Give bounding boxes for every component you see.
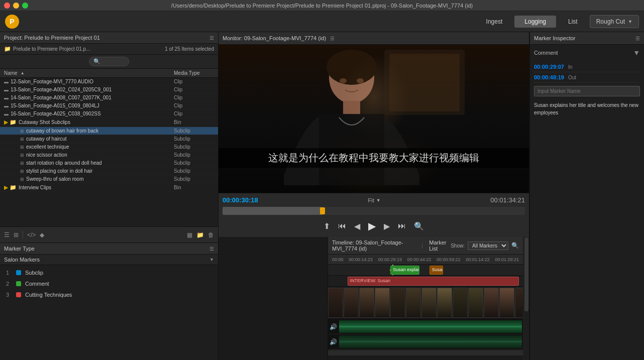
export-button[interactable]: ⬆ <box>323 220 331 232</box>
search-bar: 🔍 <box>0 55 218 69</box>
file-type-label: Clip <box>174 95 214 100</box>
rough-cut-button[interactable]: Rough Cut ▼ <box>590 15 639 28</box>
file-item[interactable]: ⊞ start rotation clip around doll head S… <box>0 159 218 167</box>
marker-color-dot <box>16 281 21 286</box>
prev-frame-button[interactable]: ◀ <box>353 220 361 232</box>
file-item[interactable]: ▶ 📁 Cutaway Shot Subclips Bin <box>0 118 218 127</box>
window-controls[interactable] <box>4 3 28 9</box>
inspector-menu-icon[interactable]: ☰ <box>635 36 640 41</box>
file-item[interactable]: ▬ 14-Salon_Footage-A008_C007_02077K_001 … <box>0 94 218 102</box>
timeline-marker-clip[interactable]: Susan explains her title and... <box>390 266 419 275</box>
step-back-button[interactable]: ⏮ <box>337 220 347 231</box>
file-item[interactable]: ⊞ cutaway of brown hair from back Subcli… <box>0 127 218 135</box>
file-type-label: Clip <box>174 87 214 92</box>
file-item[interactable]: ⊞ excellent technique Subclip <box>0 143 218 151</box>
search-icon: 🔍 <box>93 58 100 65</box>
center-panel: Monitor: 09-Salon_Footage-MVI_7774 (id) … <box>219 32 529 360</box>
file-name-label: stylist placing color in doll hair <box>26 168 174 174</box>
code-icon[interactable]: </> <box>27 231 36 238</box>
fit-control[interactable]: Fit ▼ <box>368 197 380 203</box>
maximize-button[interactable] <box>22 3 28 9</box>
video-thumbnail <box>359 288 374 318</box>
zoom-button[interactable]: 🔍 <box>413 220 425 232</box>
ingest-tab[interactable]: Ingest <box>476 16 513 28</box>
next-frame-button[interactable]: ▶ <box>383 220 391 232</box>
project-breadcrumb: 📁 Prelude to Premiere Project 01.p... 1 … <box>0 44 218 55</box>
marker-num: 3 <box>6 292 16 298</box>
file-name-label: cutaway of haircut <box>26 136 174 142</box>
comment-label: Comment <box>534 50 558 56</box>
svg-point-5 <box>357 78 364 83</box>
timeline-area: Timeline: 09-Salon_Footage-MVI_7774 (id)… <box>328 237 523 360</box>
file-type-label: Subclip <box>174 176 214 182</box>
app-logo: P <box>5 15 19 29</box>
file-type-label: Clip <box>174 103 214 108</box>
salon-markers-select[interactable]: Salon Markers ▼ <box>0 255 218 265</box>
scrub-fill <box>223 207 323 215</box>
interview-clip[interactable]: INTERVIEW: Susan <box>348 277 519 286</box>
step-forward-button[interactable]: ⏭ <box>397 220 407 231</box>
items-count: 1 of 25 Items selected <box>165 46 214 52</box>
comment-dropdown-icon[interactable]: ▼ <box>633 49 640 57</box>
timeline-marker-clip[interactable]: Susan give... <box>430 266 443 275</box>
show-select[interactable]: All Markers <box>468 242 508 250</box>
marker-name-input[interactable] <box>534 86 640 96</box>
monitor-title: Monitor: 09-Salon_Footage-MVI_7774 (id) <box>223 35 326 41</box>
marker-icon[interactable]: ◆ <box>40 231 44 238</box>
file-item[interactable]: ⊞ cutaway of haircut Subclip <box>0 135 218 143</box>
file-list-header: Name ▲ Media Type <box>0 69 218 78</box>
play-button[interactable]: ▶ <box>367 219 377 233</box>
list-view-icon[interactable]: ☰ <box>4 231 10 238</box>
scrub-bar[interactable] <box>223 207 525 215</box>
file-type-label: Bin <box>174 119 214 125</box>
tc-in-value: 00:00:29:07 <box>534 64 564 70</box>
sort-icon[interactable]: ▲ <box>21 71 25 75</box>
file-item[interactable]: ▬ 16-Salon_Footage-A025_C038_0902SS Clip <box>0 110 218 118</box>
subclip-icon: ⊞ <box>20 161 24 166</box>
file-item[interactable]: ▬ 12-Salon_Footage-MVI_7770 AUDIO Clip <box>0 78 218 86</box>
folder-add-icon[interactable]: 📁 <box>196 231 204 238</box>
timeline-right-scrollbar[interactable] <box>523 237 529 360</box>
panel-menu-icon[interactable]: ☰ <box>209 35 214 41</box>
show-control: Show: All Markers 🔍 <box>451 242 519 250</box>
subclip-icon: ⊞ <box>20 177 24 182</box>
file-item[interactable]: ▶ 📁 Interview Clips Bin <box>0 183 218 192</box>
file-item[interactable]: ⊞ nice scissor action Subclip <box>0 151 218 159</box>
logging-tab[interactable]: Logging <box>514 16 556 28</box>
timeline-scrollbar[interactable] <box>328 349 523 355</box>
list-tab[interactable]: List <box>558 16 588 28</box>
timeline-search-icon[interactable]: 🔍 <box>511 242 519 249</box>
close-button[interactable] <box>4 3 10 9</box>
marker-num: 2 <box>6 281 16 287</box>
marker-type-item[interactable]: 3 Cutting Techniques <box>0 289 218 300</box>
delete-icon[interactable]: 🗑 <box>208 231 214 238</box>
marker-num: 1 <box>6 270 16 276</box>
bar-chart-icon[interactable]: ▦ <box>187 231 192 238</box>
vscroll-thumb <box>524 237 528 311</box>
file-item[interactable]: ⊞ Sweep-thru of salon room Subclip <box>0 175 218 183</box>
marker-type-item[interactable]: 1 Subclip <box>0 267 218 278</box>
col-media-header: Media Type <box>174 70 214 76</box>
project-panel: Project: Prelude to Premiere Project 01 … <box>0 32 218 243</box>
audio-track-2: 🔊 <box>328 334 523 349</box>
monitor-menu-icon[interactable]: ☰ <box>330 36 335 41</box>
minimize-button[interactable] <box>13 3 19 9</box>
video-thumbnail <box>484 288 499 318</box>
svg-rect-1 <box>343 101 360 115</box>
grid-view-icon[interactable]: ⊞ <box>14 231 19 238</box>
file-type-label: Bin <box>174 185 214 190</box>
marker-type-menu-icon[interactable]: ☰ <box>209 246 214 252</box>
file-item[interactable]: ⊞ stylist placing color in doll hair Sub… <box>0 167 218 175</box>
project-toolbar: ☰ ⊞ </> ◆ ▦ 📁 🗑 <box>0 226 218 243</box>
video-thumbnails <box>328 288 523 318</box>
search-input-wrap[interactable]: 🔍 <box>89 57 129 66</box>
scrub-thumb[interactable] <box>320 207 325 214</box>
file-item[interactable]: ▬ 13-Salon_Footage-A002_C024_0205C9_001 … <box>0 86 218 94</box>
video-thumbnail <box>390 288 405 318</box>
file-item[interactable]: ▬ 15-Salon_Footage-A015_C009_0804LJ Clip <box>0 102 218 110</box>
marker-type-item[interactable]: 2 Comment <box>0 278 218 289</box>
file-type-label: Subclip <box>174 152 214 158</box>
file-name-label: 14-Salon_Footage-A008_C007_02077K_001 <box>11 95 174 100</box>
timecode-in: 00:00:30:18 <box>223 196 258 204</box>
file-type-label: Clip <box>174 79 214 84</box>
